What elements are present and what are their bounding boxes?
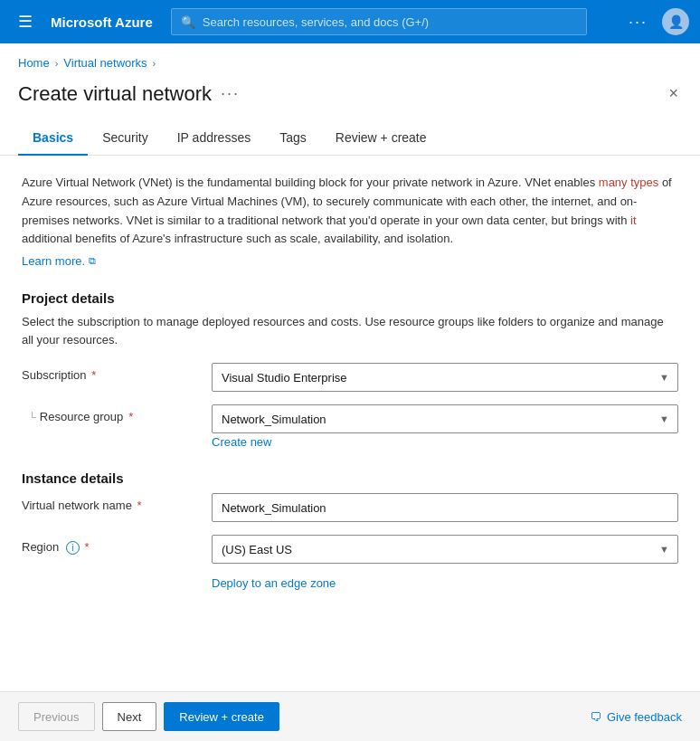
feedback-icon: 🗨 <box>590 710 601 724</box>
page-title-row: Create virtual network ··· × <box>0 77 700 121</box>
bottom-action-bar: Previous Next Review + create 🗨 Give fee… <box>0 691 700 741</box>
description-text: Azure Virtual Network (VNet) is the fund… <box>22 174 678 249</box>
deploy-edge-link[interactable]: Deploy to an edge zone <box>212 576 678 590</box>
tab-review-create[interactable]: Review + create <box>321 121 441 156</box>
tab-security[interactable]: Security <box>88 121 163 156</box>
region-info-icon[interactable]: i <box>66 541 80 555</box>
previous-button[interactable]: Previous <box>18 702 95 731</box>
subscription-select-wrapper: Visual Studio Enterprise ▼ <box>212 363 678 392</box>
vnet-name-control <box>212 493 678 522</box>
main-panel: Home › Virtual networks › Create virtual… <box>0 43 700 741</box>
page-title-left: Create virtual network ··· <box>18 82 240 106</box>
breadcrumb: Home › Virtual networks › <box>0 43 700 77</box>
give-feedback-button[interactable]: 🗨 Give feedback <box>590 710 682 724</box>
learn-more-label: Learn more. <box>22 254 85 268</box>
vnet-name-label: Virtual network name * <box>22 493 203 512</box>
breadcrumb-virtual-networks[interactable]: Virtual networks <box>63 56 147 70</box>
subscription-label: Subscription * <box>22 363 203 382</box>
avatar[interactable]: 👤 <box>662 8 689 35</box>
hamburger-menu-icon[interactable]: ☰ <box>11 8 40 35</box>
next-button[interactable]: Next <box>102 702 157 731</box>
top-navigation-bar: ☰ Microsoft Azure 🔍 ··· 👤 <box>0 0 700 43</box>
content-area: Azure Virtual Network (VNet) is the fund… <box>0 156 700 608</box>
region-control: (US) East US ▼ <box>212 535 678 564</box>
instance-details-heading: Instance details <box>22 470 678 486</box>
subscription-row: Subscription * Visual Studio Enterprise … <box>22 363 678 392</box>
topbar-right-actions: ··· 👤 <box>621 8 689 35</box>
tabs-bar: Basics Security IP addresses Tags Review… <box>0 121 700 156</box>
resource-group-row: └ Resource group * Network_Simulation ▼ <box>22 404 678 433</box>
vnet-name-row: Virtual network name * <box>22 493 678 522</box>
resource-group-select-wrapper: Network_Simulation ▼ <box>212 404 678 433</box>
region-label: Region i * <box>22 535 203 555</box>
brand-logo: Microsoft Azure <box>51 14 153 30</box>
page-title: Create virtual network <box>18 82 212 106</box>
region-select-wrapper: (US) East US ▼ <box>212 535 678 564</box>
resource-group-label-area: └ Resource group * <box>22 404 203 423</box>
page-options-icon[interactable]: ··· <box>221 84 240 103</box>
search-bar: 🔍 <box>171 8 587 35</box>
project-details-heading: Project details <box>22 290 678 306</box>
external-link-icon: ⧉ <box>89 255 96 267</box>
more-options-icon[interactable]: ··· <box>621 9 655 35</box>
create-new-link[interactable]: Create new <box>212 435 678 449</box>
subscription-control: Visual Studio Enterprise ▼ <box>212 363 678 392</box>
tab-ip-addresses[interactable]: IP addresses <box>163 121 265 156</box>
breadcrumb-home[interactable]: Home <box>18 56 50 70</box>
learn-more-link[interactable]: Learn more. ⧉ <box>22 254 96 268</box>
subscription-select[interactable]: Visual Studio Enterprise <box>212 363 678 392</box>
tab-basics[interactable]: Basics <box>18 121 88 156</box>
breadcrumb-sep-1: › <box>55 58 59 69</box>
breadcrumb-sep-2: › <box>153 58 156 69</box>
tab-tags[interactable]: Tags <box>265 121 321 156</box>
project-details-description: Select the subscription to manage deploy… <box>22 313 678 348</box>
resource-group-select[interactable]: Network_Simulation <box>212 404 678 433</box>
region-row: Region i * (US) East US ▼ <box>22 535 678 564</box>
feedback-label: Give feedback <box>607 710 682 724</box>
search-icon: 🔍 <box>181 15 195 29</box>
vnet-name-input[interactable] <box>212 493 678 522</box>
search-input[interactable] <box>203 15 577 29</box>
close-button[interactable]: × <box>665 81 682 107</box>
review-create-button[interactable]: Review + create <box>164 702 279 731</box>
region-select[interactable]: (US) East US <box>212 535 678 564</box>
resource-group-control: Network_Simulation ▼ <box>212 404 678 433</box>
